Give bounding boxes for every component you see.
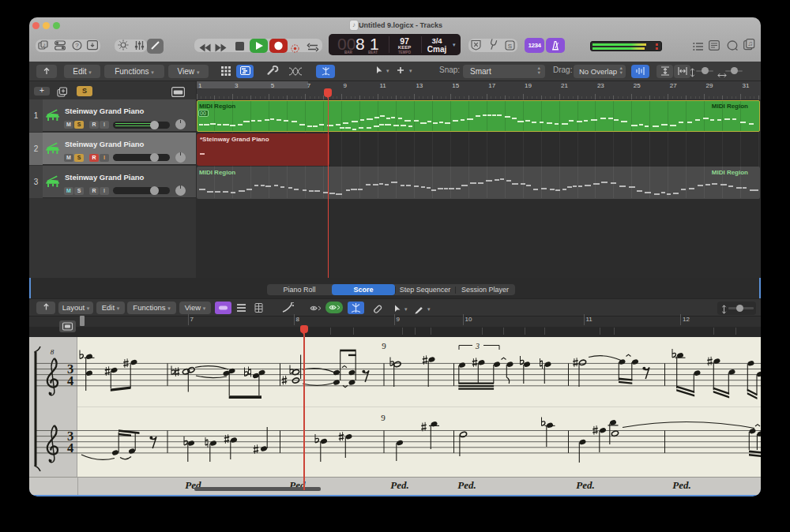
svg-text:♫: ♫ (747, 39, 753, 47)
svg-text:?: ? (75, 42, 79, 49)
svg-text:3: 3 (475, 342, 480, 350)
svg-text:9: 9 (381, 413, 386, 422)
svg-text:▾: ▾ (427, 306, 431, 312)
svg-text:8: 8 (51, 348, 55, 356)
svg-text:♪: ♪ (43, 42, 46, 47)
svg-text:9: 9 (382, 341, 386, 350)
svg-text:4: 4 (67, 440, 73, 455)
svg-text:S: S (508, 43, 512, 50)
svg-text:4: 4 (67, 373, 73, 388)
svg-text:▾: ▾ (386, 68, 389, 73)
svg-text:▾: ▾ (409, 68, 412, 73)
svg-text:▾: ▾ (404, 306, 408, 312)
